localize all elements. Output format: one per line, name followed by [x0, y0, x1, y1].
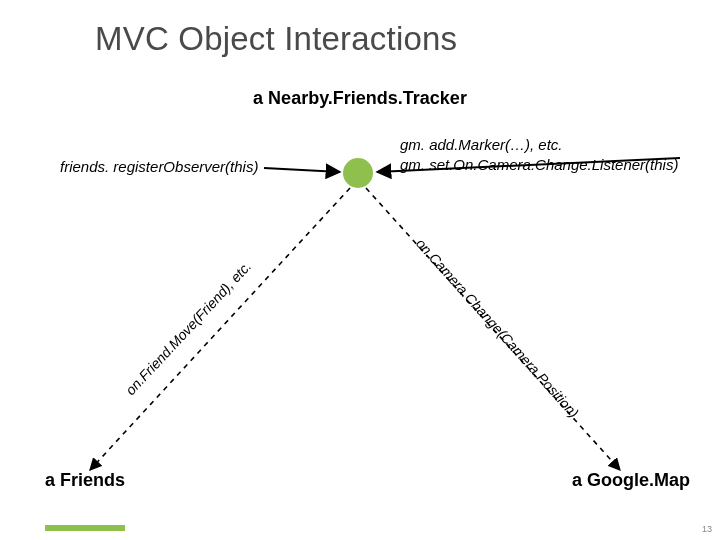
friends-label: a Friends	[45, 470, 125, 491]
gmap-label: a Google.Map	[572, 470, 690, 491]
svg-line-2	[90, 188, 350, 470]
svg-line-0	[264, 168, 340, 172]
svg-line-1	[377, 158, 680, 172]
page-number: 13	[702, 524, 712, 534]
slide: MVC Object Interactions a Nearby.Friends…	[0, 0, 720, 540]
tracker-node	[343, 158, 373, 188]
accent-bar	[45, 525, 125, 531]
diagram-svg	[0, 0, 720, 540]
